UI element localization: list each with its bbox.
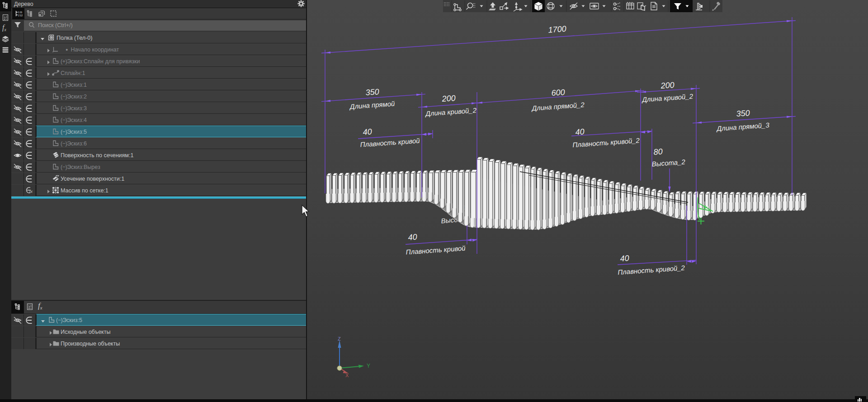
svg-text:200: 200 (441, 93, 456, 103)
svg-text:600: 600 (551, 88, 565, 98)
svg-text:350: 350 (365, 87, 379, 97)
svg-text:80: 80 (653, 147, 663, 156)
svg-text:200: 200 (660, 80, 675, 90)
svg-text:Y: Y (367, 363, 370, 369)
svg-text:212: 212 (18, 14, 23, 17)
svg-text:Z: Z (338, 336, 341, 341)
svg-text:X: X (345, 373, 349, 378)
svg-text:111: 111 (18, 11, 22, 14)
svg-text:40: 40 (620, 253, 629, 263)
svg-text:40: 40 (408, 232, 417, 242)
svg-text:1700: 1700 (548, 24, 566, 35)
svg-text:40: 40 (363, 127, 372, 136)
svg-text:40: 40 (575, 127, 585, 136)
svg-text:fx: fx (29, 189, 33, 194)
svg-text:350: 350 (736, 108, 750, 118)
